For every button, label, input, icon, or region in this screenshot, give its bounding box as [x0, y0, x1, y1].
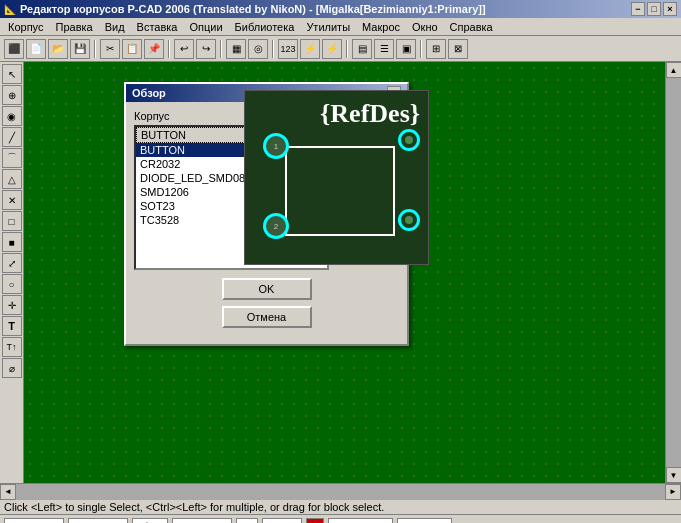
menu-item-2[interactable]: Вид [99, 20, 131, 34]
text-mode-dropdown[interactable]: Абс▾ [132, 518, 168, 524]
color-swatch[interactable] [306, 518, 324, 524]
pad-1-label: 1 [274, 142, 278, 151]
ok-button[interactable]: OK [222, 278, 312, 300]
tool-select[interactable]: ↖ [2, 64, 22, 84]
menu-item-1[interactable]: Правка [49, 20, 98, 34]
pad-2: 2 [263, 213, 289, 239]
tool-3[interactable]: ◉ [2, 106, 22, 126]
toolbar-btn-5[interactable]: ✂ [100, 39, 120, 59]
scroll-left-button[interactable]: ◄ [0, 484, 16, 500]
menu-item-7[interactable]: Макрос [356, 20, 406, 34]
toolbar-btn-19[interactable]: ⊠ [448, 39, 468, 59]
minimize-button[interactable]: − [631, 2, 645, 16]
m-dropdown[interactable]: M▾ [236, 518, 258, 524]
hint-text: Click <Left> to single Select, <Ctrl><Le… [4, 501, 384, 513]
toolbar-btn-9[interactable]: ↪ [196, 39, 216, 59]
tool-7[interactable]: ✕ [2, 190, 22, 210]
component-outline [285, 146, 395, 236]
dialog-overlay: Обзор × Корпус BUTTON BUTTON CR2032 [24, 62, 665, 483]
toolbar-btn-12[interactable]: 123 [278, 39, 298, 59]
main-wrapper: ↖ ⊕ ◉ ╱ ⌒ △ ✕ □ ■ ⤢ ○ ✛ T T↑ ⌀ Обзо [0, 62, 681, 499]
pad-3-inner [405, 136, 413, 144]
toolbar-sep-2 [168, 40, 170, 58]
toolbar-btn-10[interactable]: ▦ [226, 39, 246, 59]
right-scrollbar: ▲ ▼ [665, 62, 681, 483]
layer-dropdown[interactable]: Top▾ [262, 518, 302, 524]
toolbar-sep-3 [220, 40, 222, 58]
scale-field[interactable]: 1.000 [172, 518, 232, 524]
maximize-button[interactable]: □ [647, 2, 661, 16]
hint-bar: Click <Left> to single Select, <Ctrl><Le… [0, 499, 681, 514]
toolbar-btn-13[interactable]: ⚡ [300, 39, 320, 59]
menu-item-6[interactable]: Утилиты [300, 20, 356, 34]
toolbar-btn-15[interactable]: ▤ [352, 39, 372, 59]
close-button[interactable]: × [663, 2, 677, 16]
pad-4 [398, 209, 420, 231]
tool-14[interactable]: T↑ [2, 337, 22, 357]
tool-4[interactable]: ╱ [2, 127, 22, 147]
refdes-label: {RefDes} [320, 99, 420, 129]
toolbar: ⬛ 📄 📂 💾 ✂ 📋 📌 ↩ ↪ ▦ ◎ 123 ⚡ ⚡ ▤ ☰ ▣ ⊞ ⊠ [0, 36, 681, 62]
canvas-area[interactable]: Обзор × Корпус BUTTON BUTTON CR2032 [24, 62, 665, 483]
toolbar-btn-7[interactable]: 📌 [144, 39, 164, 59]
menu-item-5[interactable]: Библиотека [229, 20, 301, 34]
scroll-up-button[interactable]: ▲ [666, 62, 682, 78]
tool-2[interactable]: ⊕ [2, 85, 22, 105]
coord-y-field[interactable]: 1520.000 [68, 518, 128, 524]
tool-12[interactable]: ✛ [2, 295, 22, 315]
scroll-track-v[interactable] [666, 78, 682, 467]
bottom-scrollbar: ◄ ► [0, 483, 681, 499]
thickness-dropdown[interactable]: 0.100mm▾ [328, 518, 393, 524]
scroll-down-button[interactable]: ▼ [666, 467, 682, 483]
left-toolbar: ↖ ⊕ ◉ ╱ ⌒ △ ✕ □ ■ ⤢ ○ ✛ T T↑ ⌀ [0, 62, 24, 483]
coord-x-field[interactable]: 102.000 [4, 518, 64, 524]
app-icon: 📐 [4, 4, 16, 15]
style-dropdown[interactable]: {None}▾ [397, 518, 452, 524]
toolbar-btn-18[interactable]: ⊞ [426, 39, 446, 59]
cancel-button[interactable]: Отмена [222, 306, 312, 328]
toolbar-btn-11[interactable]: ◎ [248, 39, 268, 59]
tool-text[interactable]: T [2, 316, 22, 336]
toolbar-btn-14[interactable]: ⚡ [322, 39, 342, 59]
scroll-track-h[interactable] [16, 484, 665, 500]
toolbar-btn-16[interactable]: ☰ [374, 39, 394, 59]
pad-3 [398, 129, 420, 151]
toolbar-btn-8[interactable]: ↩ [174, 39, 194, 59]
menu-item-0[interactable]: Корпус [2, 20, 49, 34]
toolbar-sep-4 [272, 40, 274, 58]
title-buttons: − □ × [631, 2, 677, 16]
toolbar-sep-6 [420, 40, 422, 58]
menu-item-3[interactable]: Вставка [131, 20, 184, 34]
menu-item-8[interactable]: Окно [406, 20, 444, 34]
menu-item-4[interactable]: Опции [183, 20, 228, 34]
pad-2-label: 2 [274, 222, 278, 231]
pad-4-inner [405, 216, 413, 224]
tool-6[interactable]: △ [2, 169, 22, 189]
scroll-right-button[interactable]: ► [665, 484, 681, 500]
toolbar-sep-5 [346, 40, 348, 58]
tool-8[interactable]: □ [2, 211, 22, 231]
toolbar-btn-2[interactable]: 📄 [26, 39, 46, 59]
dialog-title-text: Обзор [132, 87, 166, 99]
menu-bar: КорпусПравкаВидВставкаОпцииБиблиотекаУти… [0, 18, 681, 36]
toolbar-sep-1 [94, 40, 96, 58]
toolbar-btn-17[interactable]: ▣ [396, 39, 416, 59]
menu-item-9[interactable]: Справка [444, 20, 499, 34]
tool-11[interactable]: ○ [2, 274, 22, 294]
dialog-buttons: OK Отмена [134, 270, 399, 336]
toolbar-btn-6[interactable]: 📋 [122, 39, 142, 59]
tool-15[interactable]: ⌀ [2, 358, 22, 378]
tool-10[interactable]: ⤢ [2, 253, 22, 273]
preview-area: {RefDes} 1 2 [244, 90, 429, 265]
toolbar-btn-1[interactable]: ⬛ [4, 39, 24, 59]
toolbar-btn-4[interactable]: 💾 [70, 39, 90, 59]
toolbar-btn-3[interactable]: 📂 [48, 39, 68, 59]
main-row: ↖ ⊕ ◉ ╱ ⌒ △ ✕ □ ■ ⤢ ○ ✛ T T↑ ⌀ Обзо [0, 62, 681, 483]
tool-5[interactable]: ⌒ [2, 148, 22, 168]
tool-9[interactable]: ■ [2, 232, 22, 252]
pad-1: 1 [263, 133, 289, 159]
status-bar: 102.000 1520.000 Абс▾ 1.000 M▾ Top▾ 0.10… [0, 514, 681, 523]
title-text: Редактор корпусов P-CAD 2006 (Translated… [20, 3, 631, 15]
title-bar: 📐 Редактор корпусов P-CAD 2006 (Translat… [0, 0, 681, 18]
